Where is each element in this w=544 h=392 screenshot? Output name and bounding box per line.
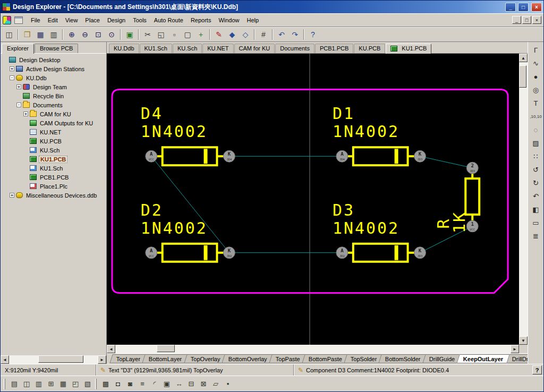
panel-tab-explorer[interactable]: Explorer [2, 44, 34, 54]
bottom-tool-dimension[interactable]: ↔ [173, 378, 185, 390]
rotate-ccw-tool[interactable]: ↺ [530, 164, 542, 176]
snapshot-button[interactable]: ▣ [123, 28, 136, 40]
menu-file[interactable]: File [27, 15, 44, 25]
split-plane-tool[interactable]: ◧ [530, 203, 542, 216]
context-help-button[interactable]: ? [532, 365, 542, 374]
move-button[interactable]: + [194, 28, 207, 40]
toggle-panels-button[interactable]: ◫ [3, 28, 15, 40]
rotate-step-tool[interactable]: ↶ [530, 190, 542, 202]
component-d3[interactable]: AJD2KJD3D31N4002 [333, 201, 426, 262]
layer-tab-toppaste[interactable]: TopPaste [269, 354, 307, 363]
tree-item-documents[interactable]: -Documents [2, 100, 106, 109]
bottom-tool-text[interactable]: ▣ [161, 378, 173, 390]
tree-item-design-desktop[interactable]: +Design Desktop [2, 55, 106, 64]
open-document-button[interactable]: ❒ [21, 28, 33, 40]
zoom-point-button[interactable]: ⊙ [105, 28, 118, 40]
tree-expander[interactable]: + [16, 84, 21, 89]
bottom-tool-route[interactable]: ◰ [70, 378, 81, 390]
bottom-tool-library[interactable]: ▥ [33, 378, 45, 390]
layer-tab-keepoutlayer[interactable]: KeepOutLayer [457, 354, 511, 363]
tree-item-ku-pcb[interactable]: +KU.PCB [2, 137, 106, 146]
tree-item-place1-plc[interactable]: +Place1.Plc [2, 182, 106, 191]
document-tab-pcb1-pcb[interactable]: PCB1.PCB [315, 44, 353, 53]
menu-reports[interactable]: Reports [187, 15, 215, 25]
restore-button[interactable]: □ [518, 3, 529, 12]
document-tab-cam-for-ku[interactable]: CAM for KU [234, 44, 275, 53]
layer-tab-topoverlay[interactable]: TopOverlay [184, 354, 227, 363]
bottom-tool-netlist[interactable]: ⊞ [45, 378, 57, 390]
scrollbar-track[interactable] [9, 355, 98, 364]
rotate-cw-tool[interactable]: ↻ [530, 177, 542, 189]
place-pad-tool[interactable]: ● [530, 71, 542, 83]
panel-horizontal-scrollbar[interactable]: ◄ ► [1, 355, 106, 364]
component-d4[interactable]: AVCCKJD4D41N4002 [141, 104, 235, 165]
paste-array-tool[interactable]: ∷ [530, 150, 542, 163]
drc-online-button[interactable]: ◆ [226, 28, 239, 40]
document-tab-ku1-pcb[interactable]: KU1.PCB [386, 44, 431, 54]
bottom-tool-vias[interactable]: ◙ [124, 378, 136, 390]
scroll-right-button[interactable]: ► [98, 355, 106, 364]
component-r[interactable]: 2JD31VCCR1K [434, 162, 479, 233]
layer-tab-bottomoverlay[interactable]: BottomOverlay [222, 354, 274, 363]
layer-tab-topsolder[interactable]: TopSolder [344, 354, 384, 363]
menu-view[interactable]: View [62, 15, 82, 25]
component-d2[interactable]: AVCCKJD2D21N4002 [141, 201, 235, 262]
scrollbar-thumb[interactable] [519, 65, 526, 88]
tree-item-ku-ddb[interactable]: -KU.Ddb [2, 73, 106, 82]
canvas-vertical-scrollbar[interactable]: ▲ ▼ [519, 54, 528, 345]
menu-help[interactable]: Help [243, 15, 263, 25]
scrollbar-track[interactable] [115, 345, 511, 353]
bottom-tool-distribute[interactable]: ⊠ [198, 378, 209, 390]
tree-expander[interactable]: + [10, 66, 14, 71]
document-tab-ku1-sch[interactable]: KU1.Sch [140, 44, 172, 53]
bottom-tool-component[interactable]: ▤ [8, 378, 20, 390]
bottom-tool-arcs[interactable]: ◜ [149, 378, 160, 390]
layer-tab-bottomlayer[interactable]: BottomLayer [142, 354, 189, 363]
pcb-canvas[interactable]: AVCCKJD4D41N4002AJD4KJD3D11N4002AVCCKJD2… [107, 54, 519, 345]
document-tab-documents[interactable]: Documents [275, 44, 314, 53]
clear-selection-button[interactable]: ▢ [181, 28, 194, 40]
redo-button[interactable]: ↷ [288, 28, 301, 40]
tree-item-miscellaneous-devices-ddb[interactable]: +Miscellaneous Devices.ddb [2, 191, 106, 200]
bottom-tool-tracks[interactable]: ≡ [137, 378, 148, 390]
scrollbar-thumb[interactable] [38, 355, 83, 363]
bottom-tool-rooms[interactable]: ▱ [210, 378, 222, 390]
bottom-tool-grid[interactable]: ▩ [100, 378, 112, 390]
tree-expander[interactable]: - [10, 75, 14, 80]
mdi-minimize-button[interactable]: _ [512, 16, 521, 24]
layer-tab-bottomsolder[interactable]: BottomSolder [379, 354, 428, 363]
grid-toggle-button[interactable]: # [257, 28, 270, 40]
menu-design[interactable]: Design [104, 15, 129, 25]
tree-item-ku1-sch[interactable]: +KU1.Sch [2, 164, 106, 173]
tree-expander[interactable]: - [16, 103, 21, 107]
tree-item-ku-sch[interactable]: +KU.Sch [2, 146, 106, 155]
layer-tab-toplayer[interactable]: TopLayer [109, 354, 147, 363]
scroll-left-button[interactable]: ◄ [1, 355, 9, 364]
document-shortcut-icon[interactable] [14, 16, 23, 24]
document-tab-ku-ddb[interactable]: KU.Ddb [109, 44, 139, 53]
zoom-out-button[interactable]: ⊖ [79, 28, 91, 40]
place-fill-tool[interactable]: ▨ [530, 137, 542, 149]
panel-tab-browse-pcb[interactable]: Browse PCB [35, 44, 78, 53]
menu-auto-route[interactable]: Auto Route [150, 15, 187, 25]
bottom-tool-pads[interactable]: ◘ [112, 378, 124, 390]
canvas-horizontal-scrollbar[interactable]: ◄ ► [107, 345, 519, 353]
place-room-tool[interactable]: ▭ [530, 217, 542, 229]
menu-tools[interactable]: Tools [129, 15, 150, 25]
tree-item-cam-outputs-for-ku[interactable]: +CAM Outputs for KU [2, 118, 106, 127]
scroll-right-button[interactable]: ► [511, 345, 519, 353]
interactive-routing-button[interactable]: ✎ [212, 28, 225, 40]
save-button[interactable]: ▦ [34, 28, 47, 40]
place-dashed-outline-tool[interactable]: ◌ [530, 124, 542, 136]
copy-button[interactable]: ◱ [155, 28, 167, 40]
tree-expander[interactable]: + [23, 112, 28, 116]
document-tab-ku-net[interactable]: KU.NET [202, 44, 233, 53]
drc-batch-button[interactable]: ◇ [239, 28, 252, 40]
layer-stack-tool[interactable]: ≣ [530, 230, 542, 242]
place-via-tool[interactable]: ◎ [530, 84, 542, 96]
place-track-tool[interactable]: Γ [530, 44, 542, 56]
scroll-up-button[interactable]: ▲ [519, 54, 528, 62]
menu-edit[interactable]: Edit [44, 15, 62, 25]
layer-tab-drillguide[interactable]: DrillGuide [422, 354, 462, 363]
tree-item-cam-for-ku[interactable]: +CAM for KU [2, 109, 106, 118]
